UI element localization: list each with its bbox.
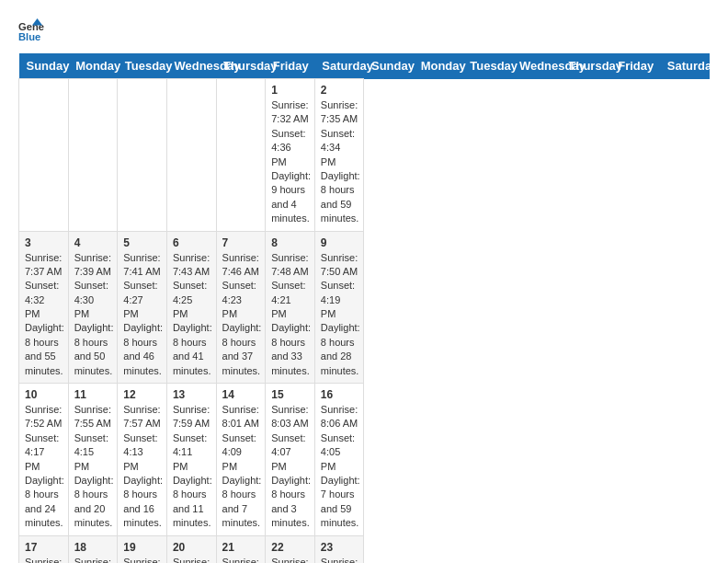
- day-number: 16: [321, 388, 358, 401]
- calendar-cell: 2Sunrise: 7:35 AM Sunset: 4:34 PM Daylig…: [314, 79, 364, 232]
- day-number: 15: [271, 388, 309, 401]
- day-info: Sunrise: 7:41 AM Sunset: 4:27 PM Dayligh…: [123, 251, 161, 379]
- day-info: Sunrise: 7:55 AM Sunset: 4:15 PM Dayligh…: [74, 403, 112, 531]
- logo: General Blue: [18, 18, 48, 44]
- day-info: Sunrise: 7:43 AM Sunset: 4:25 PM Dayligh…: [173, 251, 210, 379]
- calendar-cell: 21Sunrise: 8:16 AM Sunset: 3:57 PM Dayli…: [216, 535, 266, 563]
- day-info: Sunrise: 8:12 AM Sunset: 4:00 PM Dayligh…: [123, 556, 161, 563]
- day-number: 13: [173, 388, 210, 401]
- day-info: Sunrise: 7:32 AM Sunset: 4:36 PM Dayligh…: [271, 98, 309, 226]
- day-info: Sunrise: 8:14 AM Sunset: 3:59 PM Dayligh…: [173, 556, 210, 563]
- logo-icon: General Blue: [18, 18, 44, 44]
- day-number: 14: [222, 388, 260, 401]
- day-info: Sunrise: 8:10 AM Sunset: 4:02 PM Dayligh…: [74, 556, 112, 563]
- header-friday: Friday: [266, 53, 315, 79]
- day-info: Sunrise: 8:16 AM Sunset: 3:57 PM Dayligh…: [222, 556, 260, 563]
- calendar-cell: [19, 79, 69, 232]
- calendar-cell: 11Sunrise: 7:55 AM Sunset: 4:15 PM Dayli…: [68, 384, 118, 536]
- header-thursday: Thursday: [562, 53, 611, 79]
- header-wednesday: Wednesday: [166, 53, 216, 79]
- calendar-cell: [118, 79, 167, 232]
- header-saturday: Saturday: [660, 53, 710, 79]
- day-number: 8: [271, 236, 309, 249]
- calendar-week-row: 10Sunrise: 7:52 AM Sunset: 4:17 PM Dayli…: [19, 384, 710, 536]
- calendar-cell: 10Sunrise: 7:52 AM Sunset: 4:17 PM Dayli…: [19, 384, 69, 536]
- calendar-cell: 3Sunrise: 7:37 AM Sunset: 4:32 PM Daylig…: [19, 231, 69, 384]
- header-tuesday: Tuesday: [462, 53, 512, 79]
- calendar-cell: 18Sunrise: 8:10 AM Sunset: 4:02 PM Dayli…: [68, 535, 118, 563]
- day-info: Sunrise: 7:48 AM Sunset: 4:21 PM Dayligh…: [271, 251, 309, 379]
- calendar-cell: [166, 79, 216, 232]
- calendar-cell: 15Sunrise: 8:03 AM Sunset: 4:07 PM Dayli…: [266, 384, 315, 536]
- day-number: 11: [74, 388, 112, 401]
- calendar-cell: 19Sunrise: 8:12 AM Sunset: 4:00 PM Dayli…: [118, 535, 167, 563]
- header-wednesday: Wednesday: [512, 53, 562, 79]
- calendar-cell: 4Sunrise: 7:39 AM Sunset: 4:30 PM Daylig…: [68, 231, 118, 384]
- calendar-week-row: 17Sunrise: 8:08 AM Sunset: 4:04 PM Dayli…: [19, 535, 710, 563]
- day-number: 1: [271, 84, 309, 97]
- day-number: 18: [74, 541, 112, 554]
- day-number: 7: [222, 236, 260, 249]
- day-info: Sunrise: 7:46 AM Sunset: 4:23 PM Dayligh…: [222, 251, 260, 379]
- header-monday: Monday: [68, 53, 118, 79]
- day-number: 17: [25, 541, 63, 554]
- day-number: 5: [123, 236, 161, 249]
- day-number: 12: [123, 388, 161, 401]
- day-info: Sunrise: 7:57 AM Sunset: 4:13 PM Dayligh…: [123, 403, 161, 531]
- calendar-cell: 6Sunrise: 7:43 AM Sunset: 4:25 PM Daylig…: [166, 231, 216, 384]
- day-info: Sunrise: 7:59 AM Sunset: 4:11 PM Dayligh…: [173, 403, 210, 531]
- day-info: Sunrise: 7:35 AM Sunset: 4:34 PM Dayligh…: [321, 98, 358, 226]
- day-number: 20: [173, 541, 210, 554]
- calendar-cell: [216, 79, 266, 232]
- day-info: Sunrise: 7:52 AM Sunset: 4:17 PM Dayligh…: [25, 403, 63, 531]
- calendar-week-row: 1Sunrise: 7:32 AM Sunset: 4:36 PM Daylig…: [19, 79, 710, 232]
- calendar-cell: 22Sunrise: 8:18 AM Sunset: 3:56 PM Dayli…: [266, 535, 315, 563]
- day-number: 9: [321, 236, 358, 249]
- calendar-header-row: SundayMondayTuesdayWednesdayThursdayFrid…: [19, 53, 710, 79]
- calendar-cell: 8Sunrise: 7:48 AM Sunset: 4:21 PM Daylig…: [266, 231, 315, 384]
- calendar-cell: [68, 79, 118, 232]
- calendar-cell: 20Sunrise: 8:14 AM Sunset: 3:59 PM Dayli…: [166, 535, 216, 563]
- calendar-cell: 16Sunrise: 8:06 AM Sunset: 4:05 PM Dayli…: [314, 384, 364, 536]
- day-number: 22: [271, 541, 309, 554]
- header-tuesday: Tuesday: [118, 53, 167, 79]
- header-thursday: Thursday: [216, 53, 266, 79]
- day-info: Sunrise: 8:20 AM Sunset: 3:54 PM Dayligh…: [321, 556, 358, 563]
- day-info: Sunrise: 7:50 AM Sunset: 4:19 PM Dayligh…: [321, 251, 358, 379]
- day-info: Sunrise: 8:06 AM Sunset: 4:05 PM Dayligh…: [321, 403, 358, 531]
- day-info: Sunrise: 8:03 AM Sunset: 4:07 PM Dayligh…: [271, 403, 309, 531]
- calendar-cell: 12Sunrise: 7:57 AM Sunset: 4:13 PM Dayli…: [118, 384, 167, 536]
- day-info: Sunrise: 7:39 AM Sunset: 4:30 PM Dayligh…: [74, 251, 112, 379]
- header-monday: Monday: [414, 53, 463, 79]
- day-number: 4: [74, 236, 112, 249]
- day-number: 10: [25, 388, 63, 401]
- header-friday: Friday: [610, 53, 660, 79]
- day-number: 23: [321, 541, 358, 554]
- header-sunday: Sunday: [19, 53, 69, 79]
- header-sunday: Sunday: [364, 53, 414, 79]
- calendar-cell: 14Sunrise: 8:01 AM Sunset: 4:09 PM Dayli…: [216, 384, 266, 536]
- page-header: General Blue: [18, 18, 710, 44]
- day-info: Sunrise: 8:01 AM Sunset: 4:09 PM Dayligh…: [222, 403, 260, 531]
- svg-text:Blue: Blue: [18, 31, 40, 42]
- calendar-week-row: 3Sunrise: 7:37 AM Sunset: 4:32 PM Daylig…: [19, 231, 710, 384]
- day-number: 19: [123, 541, 161, 554]
- calendar-cell: 13Sunrise: 7:59 AM Sunset: 4:11 PM Dayli…: [166, 384, 216, 536]
- calendar-table: SundayMondayTuesdayWednesdayThursdayFrid…: [18, 53, 710, 563]
- calendar-cell: 9Sunrise: 7:50 AM Sunset: 4:19 PM Daylig…: [314, 231, 364, 384]
- day-number: 6: [173, 236, 210, 249]
- day-info: Sunrise: 8:08 AM Sunset: 4:04 PM Dayligh…: [25, 556, 63, 563]
- calendar-cell: 5Sunrise: 7:41 AM Sunset: 4:27 PM Daylig…: [118, 231, 167, 384]
- day-number: 3: [25, 236, 63, 249]
- calendar-cell: 1Sunrise: 7:32 AM Sunset: 4:36 PM Daylig…: [266, 79, 315, 232]
- calendar-cell: 7Sunrise: 7:46 AM Sunset: 4:23 PM Daylig…: [216, 231, 266, 384]
- day-info: Sunrise: 7:37 AM Sunset: 4:32 PM Dayligh…: [25, 251, 63, 379]
- day-number: 21: [222, 541, 260, 554]
- calendar-cell: 23Sunrise: 8:20 AM Sunset: 3:54 PM Dayli…: [314, 535, 364, 563]
- calendar-cell: 17Sunrise: 8:08 AM Sunset: 4:04 PM Dayli…: [19, 535, 69, 563]
- day-number: 2: [321, 84, 358, 97]
- day-info: Sunrise: 8:18 AM Sunset: 3:56 PM Dayligh…: [271, 556, 309, 563]
- header-saturday: Saturday: [314, 53, 364, 79]
